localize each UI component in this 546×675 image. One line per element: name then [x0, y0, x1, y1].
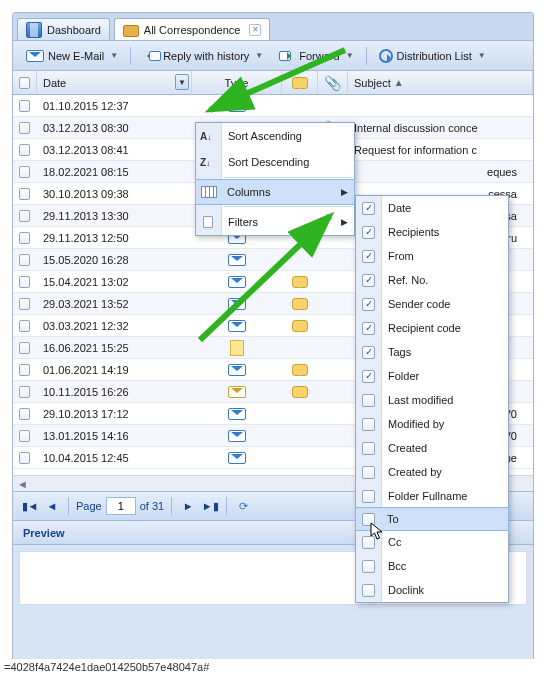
row-flag: [282, 320, 318, 332]
prev-page-button[interactable]: ◄: [43, 497, 61, 515]
checkbox-icon[interactable]: [362, 322, 375, 335]
row-checkbox[interactable]: [13, 430, 37, 442]
menu-label: Cc: [388, 536, 401, 548]
row-checkbox[interactable]: [13, 298, 37, 310]
column-label: Date: [43, 77, 66, 89]
column-date[interactable]: Date ▼: [37, 71, 192, 94]
column-menu-toggle[interactable]: ▼: [175, 74, 189, 90]
column-label: Type: [225, 77, 249, 89]
row-checkbox[interactable]: [13, 166, 37, 178]
menu-column-recipients[interactable]: Recipients: [356, 220, 508, 244]
menu-column-cc[interactable]: Cc: [356, 530, 508, 554]
next-page-button[interactable]: ►: [179, 497, 197, 515]
reply-history-button[interactable]: Reply with history ▼: [136, 45, 270, 67]
checkbox-icon[interactable]: [362, 370, 375, 383]
row-checkbox[interactable]: [13, 364, 37, 376]
close-icon[interactable]: ×: [249, 24, 261, 36]
forward-button[interactable]: Forward ▼: [272, 45, 360, 67]
menu-column-from[interactable]: From: [356, 244, 508, 268]
column-flag[interactable]: [282, 71, 318, 94]
menu-column-ref-no-[interactable]: Ref. No.: [356, 268, 508, 292]
row-checkbox[interactable]: [13, 100, 37, 112]
refresh-button[interactable]: ⟳: [234, 497, 252, 515]
menu-column-folder[interactable]: Folder: [356, 364, 508, 388]
row-checkbox[interactable]: [13, 232, 37, 244]
checkbox-icon[interactable]: [362, 442, 375, 455]
menu-filters[interactable]: Filters ▶: [196, 209, 354, 235]
chevron-down-icon[interactable]: ▼: [110, 51, 118, 60]
menu-sort-descending[interactable]: Z↓ Sort Descending: [196, 149, 354, 175]
flag-icon: [292, 276, 308, 288]
flag-icon: [292, 298, 308, 310]
table-row[interactable]: 01.10.2015 12:37: [13, 95, 533, 117]
tab-dashboard[interactable]: Dashboard: [17, 18, 110, 40]
checkbox-icon[interactable]: [362, 202, 375, 215]
grid-header: Date ▼ Type 📎 Subject ▲: [13, 71, 533, 95]
row-flag: [282, 276, 318, 288]
row-checkbox[interactable]: [13, 452, 37, 464]
new-email-button[interactable]: New E-Mail ▼: [19, 45, 125, 67]
menu-label: Modified by: [388, 418, 444, 430]
menu-column-sender-code[interactable]: Sender code: [356, 292, 508, 316]
last-page-button[interactable]: ►▮: [201, 497, 219, 515]
first-page-button[interactable]: ▮◄: [21, 497, 39, 515]
menu-column-doclink[interactable]: Doclink: [356, 578, 508, 602]
menu-label: Created: [388, 442, 427, 454]
menu-column-folder-fullname[interactable]: Folder Fullname: [356, 484, 508, 508]
row-date: 10.04.2015 12:45: [37, 452, 192, 464]
row-checkbox[interactable]: [13, 144, 37, 156]
mail-icon: [228, 298, 246, 310]
menu-column-created[interactable]: Created: [356, 436, 508, 460]
menu-column-recipient-code[interactable]: Recipient code: [356, 316, 508, 340]
checkbox-icon[interactable]: [362, 536, 375, 549]
menu-label: Last modified: [388, 394, 453, 406]
menu-column-bcc[interactable]: Bcc: [356, 554, 508, 578]
row-date: 18.02.2021 08:15: [37, 166, 192, 178]
distribution-list-button[interactable]: Distribution List ▼: [372, 45, 493, 67]
menu-column-created-by[interactable]: Created by: [356, 460, 508, 484]
sort-asc-icon: ▲: [394, 77, 404, 88]
row-checkbox[interactable]: [13, 342, 37, 354]
page-input[interactable]: [106, 497, 136, 515]
checkbox-icon[interactable]: [362, 226, 375, 239]
menu-sort-ascending[interactable]: A↓ Sort Ascending: [196, 123, 354, 149]
menu-label: Sender code: [388, 298, 450, 310]
note-icon: [230, 340, 244, 356]
column-subject[interactable]: Subject ▲: [348, 71, 533, 94]
menu-column-tags[interactable]: Tags: [356, 340, 508, 364]
menu-column-to[interactable]: To: [355, 507, 509, 531]
row-checkbox[interactable]: [13, 408, 37, 420]
row-date: 16.06.2021 15:25: [37, 342, 192, 354]
chevron-down-icon[interactable]: ▼: [255, 51, 263, 60]
checkbox-icon[interactable]: [362, 394, 375, 407]
checkbox-icon[interactable]: [362, 418, 375, 431]
checkbox-icon[interactable]: [362, 560, 375, 573]
menu-column-modified-by[interactable]: Modified by: [356, 412, 508, 436]
row-checkbox[interactable]: [13, 188, 37, 200]
checkbox-icon[interactable]: [362, 513, 375, 526]
checkbox-icon[interactable]: [362, 490, 375, 503]
menu-columns[interactable]: Columns ▶: [195, 179, 355, 205]
menu-column-last-modified[interactable]: Last modified: [356, 388, 508, 412]
checkbox-icon[interactable]: [362, 274, 375, 287]
menu-column-date[interactable]: Date: [356, 196, 508, 220]
row-checkbox[interactable]: [13, 386, 37, 398]
checkbox-icon[interactable]: [362, 298, 375, 311]
row-checkbox[interactable]: [13, 320, 37, 332]
chevron-down-icon[interactable]: ▼: [478, 51, 486, 60]
checkbox-icon[interactable]: [362, 250, 375, 263]
checkbox-icon[interactable]: [362, 466, 375, 479]
row-checkbox[interactable]: [13, 210, 37, 222]
column-type[interactable]: Type: [192, 71, 282, 94]
row-checkbox[interactable]: [13, 276, 37, 288]
column-attachment[interactable]: 📎: [318, 71, 348, 94]
column-checkbox[interactable]: [13, 71, 37, 94]
checkbox-icon[interactable]: [362, 584, 375, 597]
mail-icon: [26, 50, 44, 62]
checkbox-icon[interactable]: [362, 346, 375, 359]
row-subject: Request for information c: [348, 144, 533, 156]
row-checkbox[interactable]: [13, 254, 37, 266]
tab-all-correspondence[interactable]: All Correspondence ×: [114, 18, 271, 40]
row-checkbox[interactable]: [13, 122, 37, 134]
chevron-down-icon[interactable]: ▼: [346, 51, 354, 60]
